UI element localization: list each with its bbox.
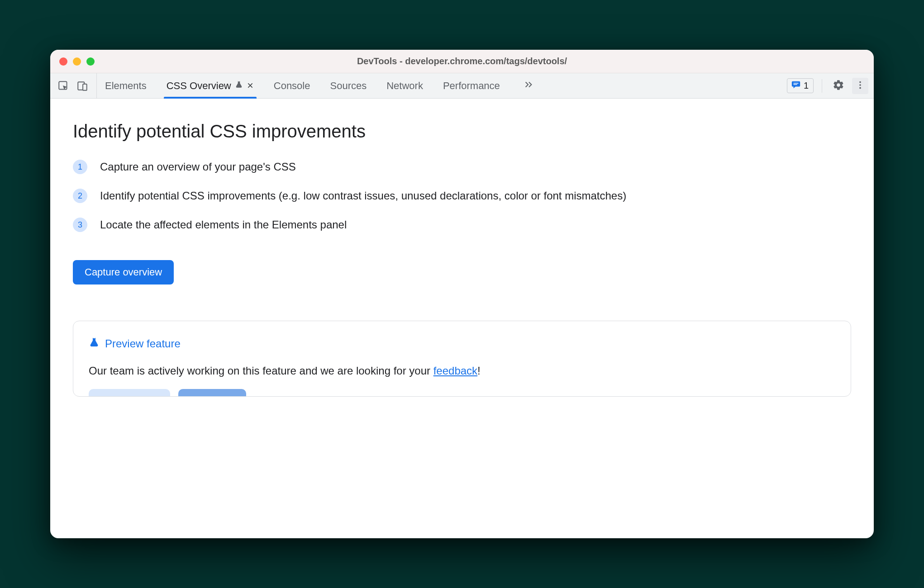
svg-point-5	[859, 81, 861, 83]
capture-overview-button[interactable]: Capture overview	[73, 260, 174, 285]
devtools-toolbar: Elements CSS Overview	[50, 73, 874, 99]
step-text: Locate the affected elements in the Elem…	[100, 217, 347, 233]
preview-body-suffix: !	[477, 365, 481, 377]
tab-label: Performance	[443, 80, 500, 92]
feedback-link[interactable]: feedback	[433, 365, 477, 377]
inspect-element-icon[interactable]	[57, 80, 69, 92]
tab-network[interactable]: Network	[385, 73, 425, 98]
preview-header: Preview feature	[89, 337, 835, 351]
preview-feature-card: Preview feature Our team is actively wor…	[73, 321, 851, 397]
preview-thumbnail[interactable]	[178, 389, 246, 396]
step-item: 2 Identify potential CSS improvements (e…	[73, 188, 851, 204]
kebab-menu-icon	[855, 80, 865, 92]
device-toolbar-icon[interactable]	[76, 80, 88, 92]
titlebar: DevTools - developer.chrome.com/tags/dev…	[50, 50, 874, 73]
page-title: Identify potential CSS improvements	[73, 121, 851, 142]
tab-label: CSS Overview	[167, 80, 231, 92]
svg-rect-2	[83, 84, 87, 90]
issues-count: 1	[804, 81, 809, 91]
close-tab-icon[interactable]	[247, 80, 254, 92]
settings-button[interactable]	[830, 78, 847, 94]
tab-css-overview[interactable]: CSS Overview	[165, 73, 256, 98]
panel-content: Identify potential CSS improvements 1 Ca…	[50, 99, 874, 538]
svg-point-6	[859, 84, 861, 86]
tab-elements[interactable]: Elements	[103, 73, 148, 98]
step-text: Capture an overview of your page's CSS	[100, 159, 296, 175]
divider	[822, 79, 822, 93]
steps-list: 1 Capture an overview of your page's CSS…	[73, 159, 851, 233]
more-options-button[interactable]	[852, 78, 868, 94]
tab-sources[interactable]: Sources	[328, 73, 368, 98]
devtools-window: DevTools - developer.chrome.com/tags/dev…	[50, 50, 874, 538]
preview-body-prefix: Our team is actively working on this fea…	[89, 365, 433, 377]
svg-rect-4	[793, 84, 797, 85]
toolbar-right-group: 1	[787, 73, 868, 98]
more-tabs-button[interactable]	[518, 73, 536, 98]
issues-button[interactable]: 1	[787, 78, 814, 93]
close-window-button[interactable]	[59, 57, 67, 66]
panel-tabs: Elements CSS Overview	[103, 73, 536, 98]
step-number: 1	[73, 160, 87, 174]
tab-performance[interactable]: Performance	[441, 73, 502, 98]
toolbar-left-group	[57, 73, 97, 98]
experimental-flask-icon	[235, 80, 243, 92]
step-item: 3 Locate the affected elements in the El…	[73, 217, 851, 233]
tab-label: Console	[274, 80, 310, 92]
tab-label: Elements	[105, 80, 147, 92]
experimental-flask-icon	[89, 337, 100, 351]
preview-thumbnail[interactable]	[89, 389, 170, 396]
svg-rect-3	[793, 83, 798, 83]
gear-icon	[833, 79, 844, 93]
window-title: DevTools - developer.chrome.com/tags/dev…	[357, 56, 567, 66]
chevron-double-right-icon	[523, 80, 534, 92]
preview-body: Our team is actively working on this fea…	[89, 365, 835, 377]
svg-point-7	[859, 87, 861, 89]
minimize-window-button[interactable]	[73, 57, 81, 66]
preview-title: Preview feature	[105, 337, 181, 350]
preview-thumbnails	[89, 389, 835, 396]
tab-label: Network	[386, 80, 423, 92]
step-item: 1 Capture an overview of your page's CSS	[73, 159, 851, 175]
traffic-lights	[59, 57, 95, 66]
step-number: 3	[73, 218, 87, 232]
message-icon	[791, 80, 801, 92]
tab-console[interactable]: Console	[272, 73, 312, 98]
step-number: 2	[73, 189, 87, 203]
svg-rect-0	[59, 81, 67, 89]
maximize-window-button[interactable]	[86, 57, 95, 66]
step-text: Identify potential CSS improvements (e.g…	[100, 188, 626, 204]
tab-label: Sources	[330, 80, 367, 92]
